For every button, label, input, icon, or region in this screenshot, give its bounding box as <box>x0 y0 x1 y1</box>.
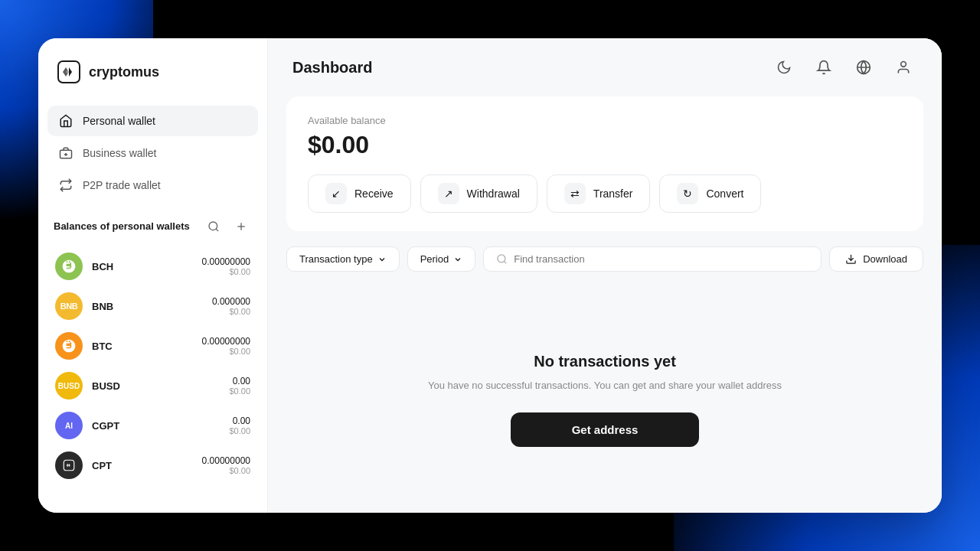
svg-point-4 <box>209 222 217 230</box>
withdrawal-icon: ↗ <box>438 183 459 204</box>
balances-header: Balances of personal wallets <box>38 201 267 246</box>
busd-amount: 0.00 <box>229 376 250 386</box>
cgpt-name: CGPT <box>92 420 220 432</box>
bnb-avatar: BNB <box>55 292 83 320</box>
top-bar: Dashboard <box>268 38 942 96</box>
busd-balance: 0.00 $0.00 <box>229 376 250 396</box>
download-icon <box>845 253 857 265</box>
sidebar-item-p2p-wallet[interactable]: P2P trade wallet <box>47 170 258 201</box>
svg-line-5 <box>216 229 218 231</box>
cgpt-amount: 0.00 <box>229 416 250 426</box>
cpt-balance: 0.00000000 $0.00 <box>202 455 250 475</box>
bnb-usd: $0.00 <box>212 307 250 316</box>
search-balances-button[interactable] <box>203 216 224 237</box>
coin-item-busd[interactable]: BUSD BUSD 0.00 $0.00 <box>47 366 258 406</box>
btc-balance: 0.00000000 $0.00 <box>202 336 250 356</box>
bnb-name: BNB <box>92 301 203 312</box>
balances-title: Balances of personal wallets <box>54 220 190 233</box>
cgpt-avatar: AI <box>55 412 83 439</box>
add-balance-button[interactable] <box>230 216 252 237</box>
main-content: Dashboard <box>268 38 942 513</box>
business-icon <box>58 145 74 161</box>
period-chevron-icon <box>453 255 462 264</box>
bch-balance: 0.00000000 $0.00 <box>202 256 250 276</box>
btc-name: BTC <box>92 341 193 352</box>
convert-icon: ↻ <box>677 183 698 204</box>
sidebar-item-business-wallet-label: Business wallet <box>83 147 157 159</box>
btc-usd: $0.00 <box>202 347 250 356</box>
transaction-type-filter[interactable]: Transaction type <box>286 246 400 272</box>
language-button[interactable] <box>850 54 877 81</box>
empty-state-title: No transactions yet <box>534 353 676 370</box>
bch-amount: 0.00000000 <box>202 256 250 267</box>
balance-amount: $0.00 <box>308 131 902 159</box>
empty-state-description: You have no successful transactions. You… <box>428 378 782 394</box>
balance-label: Available balance <box>308 115 902 126</box>
transfer-icon: ⇄ <box>564 183 586 204</box>
sidebar-item-p2p-wallet-label: P2P trade wallet <box>83 179 161 191</box>
cpt-name: CPT <box>92 460 193 471</box>
dark-mode-button[interactable] <box>770 54 798 81</box>
receive-button[interactable]: ↙ Receive <box>308 174 411 213</box>
svg-line-13 <box>505 261 507 263</box>
bch-name: BCH <box>92 261 193 272</box>
bch-usd: $0.00 <box>202 267 250 276</box>
get-address-button[interactable]: Get address <box>511 412 700 447</box>
logo-text: cryptomus <box>89 64 159 80</box>
convert-button[interactable]: ↻ Convert <box>659 174 761 213</box>
logo-area: cryptomus <box>38 60 267 84</box>
empty-state: No transactions yet You have no successf… <box>286 287 923 513</box>
find-transaction-input[interactable] <box>514 253 808 265</box>
top-bar-actions <box>770 54 917 81</box>
nav-items: Personal wallet Business wallet <box>38 106 267 201</box>
busd-name: BUSD <box>92 380 220 392</box>
sidebar-item-personal-wallet-label: Personal wallet <box>83 115 155 127</box>
tx-filters: Transaction type Period <box>286 246 923 272</box>
action-buttons: ↙ Receive ↗ Withdrawal ⇄ Transfer ↻ Conv… <box>308 174 902 213</box>
notifications-button[interactable] <box>810 54 838 81</box>
transfer-button[interactable]: ⇄ Transfer <box>547 174 651 213</box>
bnb-amount: 0.000000 <box>212 296 250 307</box>
chevron-down-icon <box>377 255 387 264</box>
coin-item-dai[interactable]: DAI DAI 0.00 $0.00 <box>47 485 258 491</box>
bnb-balance: 0.000000 $0.00 <box>212 296 250 316</box>
app-container: cryptomus Personal wallet <box>38 38 942 513</box>
download-button[interactable]: Download <box>829 246 923 272</box>
coin-item-btc[interactable]: BTC 0.00000000 $0.00 <box>47 326 258 366</box>
user-profile-button[interactable] <box>890 54 917 81</box>
sidebar: cryptomus Personal wallet <box>38 38 268 513</box>
busd-avatar: BUSD <box>55 372 83 399</box>
p2p-icon <box>58 178 74 193</box>
coin-list: BCH 0.00000000 $0.00 BNB BNB 0.000000 $0… <box>38 246 267 491</box>
receive-icon: ↙ <box>325 183 347 204</box>
coin-item-cgpt[interactable]: AI CGPT 0.00 $0.00 <box>47 406 258 445</box>
search-icon <box>496 253 508 265</box>
btc-avatar <box>55 332 83 360</box>
coin-item-bch[interactable]: BCH 0.00000000 $0.00 <box>47 246 258 286</box>
cpt-usd: $0.00 <box>202 466 250 475</box>
page-title: Dashboard <box>292 59 372 77</box>
sidebar-item-business-wallet[interactable]: Business wallet <box>47 138 258 168</box>
wallet-icon <box>58 113 74 129</box>
svg-point-11 <box>901 62 906 67</box>
cpt-avatar <box>55 452 83 479</box>
btc-amount: 0.00000000 <box>202 336 250 347</box>
svg-point-12 <box>498 255 505 262</box>
logo-icon <box>57 60 81 84</box>
coin-item-bnb[interactable]: BNB BNB 0.000000 $0.00 <box>47 286 258 326</box>
sidebar-item-personal-wallet[interactable]: Personal wallet <box>47 106 258 136</box>
busd-usd: $0.00 <box>229 386 250 396</box>
cgpt-usd: $0.00 <box>229 426 250 435</box>
period-filter[interactable]: Period <box>407 246 476 272</box>
withdrawal-button[interactable]: ↗ Withdrawal <box>420 174 537 213</box>
find-transaction-search[interactable] <box>483 246 822 272</box>
coin-item-cpt[interactable]: CPT 0.00000000 $0.00 <box>47 445 258 485</box>
cgpt-balance: 0.00 $0.00 <box>229 416 250 435</box>
bch-avatar <box>55 253 83 280</box>
balances-actions <box>203 216 252 237</box>
cpt-amount: 0.00000000 <box>202 455 250 466</box>
balance-card: Available balance $0.00 ↙ Receive ↗ With… <box>286 96 923 231</box>
transactions-area: Transaction type Period <box>286 246 923 513</box>
